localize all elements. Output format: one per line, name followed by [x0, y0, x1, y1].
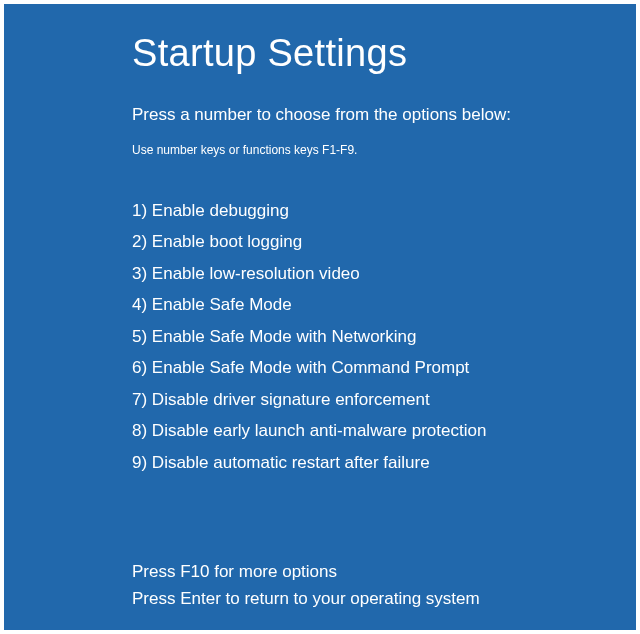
- sub-instruction: Use number keys or functions keys F1-F9.: [132, 143, 636, 157]
- option-num: 9: [132, 453, 141, 472]
- option-num: 5: [132, 327, 141, 346]
- footer-more-options: Press F10 for more options: [132, 559, 480, 585]
- option-1[interactable]: 1) Enable debugging: [132, 195, 636, 226]
- option-num: 8: [132, 421, 141, 440]
- option-label: Enable debugging: [152, 201, 289, 220]
- option-2[interactable]: 2) Enable boot logging: [132, 226, 636, 257]
- startup-settings-screen: Startup Settings Press a number to choos…: [4, 4, 636, 630]
- page-title: Startup Settings: [132, 32, 636, 75]
- option-label: Disable driver signature enforcement: [152, 390, 430, 409]
- main-instruction: Press a number to choose from the option…: [132, 105, 636, 125]
- option-8[interactable]: 8) Disable early launch anti-malware pro…: [132, 415, 636, 446]
- footer-return: Press Enter to return to your operating …: [132, 586, 480, 612]
- option-label: Enable Safe Mode with Networking: [152, 327, 417, 346]
- option-label: Enable Safe Mode with Command Prompt: [152, 358, 470, 377]
- option-num: 4: [132, 295, 141, 314]
- option-num: 6: [132, 358, 141, 377]
- option-label: Enable Safe Mode: [152, 295, 292, 314]
- option-5[interactable]: 5) Enable Safe Mode with Networking: [132, 321, 636, 352]
- options-list: 1) Enable debugging 2) Enable boot loggi…: [132, 195, 636, 478]
- option-num: 3: [132, 264, 141, 283]
- footer-instructions: Press F10 for more options Press Enter t…: [132, 559, 480, 612]
- option-3[interactable]: 3) Enable low-resolution video: [132, 258, 636, 289]
- option-6[interactable]: 6) Enable Safe Mode with Command Prompt: [132, 352, 636, 383]
- option-num: 1: [132, 201, 141, 220]
- option-label: Disable early launch anti-malware protec…: [152, 421, 487, 440]
- option-4[interactable]: 4) Enable Safe Mode: [132, 289, 636, 320]
- option-num: 2: [132, 232, 141, 251]
- option-7[interactable]: 7) Disable driver signature enforcement: [132, 384, 636, 415]
- option-9[interactable]: 9) Disable automatic restart after failu…: [132, 447, 636, 478]
- option-label: Disable automatic restart after failure: [152, 453, 430, 472]
- option-label: Enable low-resolution video: [152, 264, 360, 283]
- option-num: 7: [132, 390, 141, 409]
- option-label: Enable boot logging: [152, 232, 302, 251]
